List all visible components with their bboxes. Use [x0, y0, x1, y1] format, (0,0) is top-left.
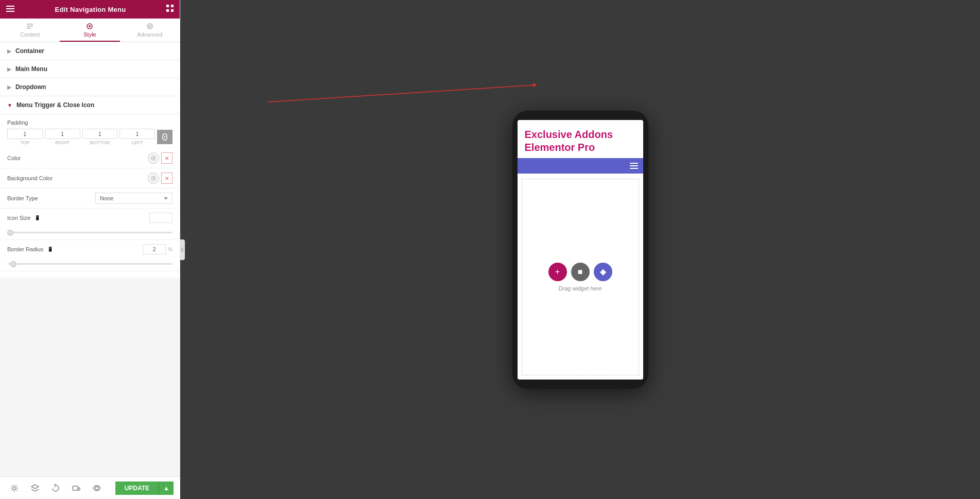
widget-square-icon[interactable]: ■ — [571, 263, 590, 281]
bottom-toolbar: UPDATE ▲ — [0, 476, 180, 499]
border-radius-unit: % — [168, 247, 173, 252]
svg-rect-0 — [6, 6, 14, 7]
svg-rect-4 — [171, 5, 174, 7]
grid-icon[interactable] — [166, 5, 174, 14]
phone-mockup: Exclusive Addons Elementor Pro + ■ ◆ Dra… — [512, 111, 648, 389]
border-type-label: Border Type — [7, 195, 38, 201]
border-radius-slider[interactable] — [7, 263, 173, 265]
svg-rect-7 — [27, 24, 33, 25]
color-label: Color — [7, 155, 21, 161]
update-button-wrap: UPDATE ▲ — [115, 481, 174, 495]
border-radius-label: Border Radius 📱 — [7, 246, 53, 252]
padding-left-input[interactable] — [119, 129, 155, 139]
panel-tabs: Content Style Advanced — [0, 19, 180, 42]
svg-rect-22 — [78, 488, 80, 490]
padding-left-label: LEFT — [132, 140, 143, 145]
border-type-row: Border Type None Solid Dashed Dotted Dou… — [0, 188, 180, 209]
tab-style[interactable]: Style — [60, 19, 119, 42]
padding-top-wrap: TOP — [7, 129, 43, 145]
settings-button[interactable] — [6, 480, 23, 496]
bg-color-clear-button[interactable]: ✕ — [161, 173, 173, 184]
svg-point-20 — [13, 487, 16, 490]
color-picker-button[interactable] — [148, 152, 159, 164]
svg-rect-21 — [73, 486, 78, 490]
section-container[interactable]: ▶ Container — [0, 42, 180, 60]
hamburger-menu-icon[interactable] — [630, 163, 638, 169]
widget-icons-row: + ■ ◆ — [548, 263, 612, 281]
color-clear-button[interactable]: ✕ — [161, 152, 173, 164]
hamburger-icon[interactable] — [6, 5, 14, 14]
svg-marker-25 — [533, 83, 537, 87]
widget-add-icon[interactable]: + — [548, 263, 567, 281]
icon-size-row: Icon Size 📱 — [0, 209, 180, 240]
border-radius-value-input[interactable] — [143, 244, 166, 254]
svg-rect-6 — [171, 9, 174, 12]
tab-content[interactable]: Content — [0, 19, 60, 42]
border-radius-value-wrap: % — [143, 244, 173, 254]
drag-widget-text: Drag widget here — [559, 285, 602, 291]
section-menu-trigger: ▼ Menu Trigger & Close Icon Padding TOP … — [0, 96, 180, 278]
color-row: Color ✕ — [0, 148, 180, 168]
svg-point-19 — [153, 178, 154, 179]
chevron-down-icon: ▼ — [7, 102, 12, 108]
svg-rect-1 — [6, 8, 14, 9]
background-color-label: Background Color — [7, 175, 53, 181]
svg-point-11 — [89, 25, 91, 27]
history-button[interactable] — [47, 480, 64, 496]
chevron-icon: ▶ — [7, 66, 11, 72]
section-main-menu[interactable]: ▶ Main Menu — [0, 60, 180, 78]
bg-color-controls: ✕ — [148, 173, 173, 184]
svg-rect-8 — [27, 26, 33, 27]
color-controls: ✕ — [148, 152, 173, 164]
padding-top-input[interactable] — [7, 129, 43, 139]
widget-area: + ■ ◆ Drag widget here — [522, 179, 639, 375]
left-panel: Edit Navigation Menu Content S — [0, 0, 180, 499]
svg-rect-9 — [27, 28, 31, 29]
padding-field: Padding TOP RIGHT BOTTOM — [0, 114, 180, 148]
widget-diamond-icon[interactable]: ◆ — [594, 263, 612, 281]
padding-bottom-label: BOTTOM — [90, 140, 110, 145]
nav-bar — [518, 158, 643, 174]
icon-size-value-wrap — [149, 213, 173, 223]
menu-trigger-header[interactable]: ▼ Menu Trigger & Close Icon — [0, 96, 180, 114]
tab-advanced[interactable]: Advanced — [120, 19, 180, 42]
collapse-handle[interactable] — [180, 239, 185, 260]
preview-button[interactable] — [89, 480, 105, 496]
update-dropdown-button[interactable]: ▲ — [159, 481, 174, 495]
svg-rect-2 — [6, 11, 14, 12]
screen-title: Exclusive Addons Elementor Pro — [518, 120, 643, 158]
padding-top-label: TOP — [20, 140, 29, 145]
panel-title: Edit Navigation Menu — [55, 6, 126, 13]
padding-right-label: RIGHT — [55, 140, 70, 145]
canvas-area: Exclusive Addons Elementor Pro + ■ ◆ Dra… — [180, 0, 980, 499]
chevron-icon: ▶ — [7, 84, 11, 90]
border-type-select[interactable]: None Solid Dashed Dotted Double Groove — [95, 193, 173, 204]
padding-label: Padding — [7, 119, 173, 126]
icon-size-label-row: Icon Size 📱 — [7, 213, 173, 223]
panel-content: ▶ Container ▶ Main Menu ▶ Dropdown ▼ Men… — [0, 42, 180, 476]
toolbar-left — [6, 480, 105, 496]
icon-size-slider[interactable] — [7, 232, 173, 233]
padding-left-wrap: LEFT — [119, 129, 155, 145]
border-radius-label-row: Border Radius 📱 % — [7, 244, 173, 254]
responsive-button[interactable] — [68, 480, 84, 496]
responsive-icon-2: 📱 — [47, 247, 53, 252]
border-radius-row: Border Radius 📱 % — [0, 240, 180, 271]
padding-link-button[interactable] — [157, 130, 173, 144]
svg-rect-3 — [166, 5, 169, 7]
bg-color-picker-button[interactable] — [148, 173, 159, 184]
phone-screen: Exclusive Addons Elementor Pro + ■ ◆ Dra… — [518, 120, 643, 380]
padding-bottom-input[interactable] — [82, 129, 118, 139]
padding-inputs-row: TOP RIGHT BOTTOM LEFT — [7, 129, 173, 145]
icon-size-label: Icon Size 📱 — [7, 215, 40, 221]
svg-point-17 — [153, 158, 154, 159]
padding-right-wrap: RIGHT — [45, 129, 80, 145]
layers-button[interactable] — [27, 480, 43, 496]
section-dropdown[interactable]: ▶ Dropdown — [0, 78, 180, 96]
icon-size-value-input[interactable] — [149, 213, 173, 223]
update-button[interactable]: UPDATE — [115, 481, 159, 495]
svg-rect-5 — [166, 9, 169, 12]
panel-header: Edit Navigation Menu — [0, 0, 180, 19]
padding-right-input[interactable] — [45, 129, 80, 139]
svg-point-23 — [95, 487, 98, 490]
